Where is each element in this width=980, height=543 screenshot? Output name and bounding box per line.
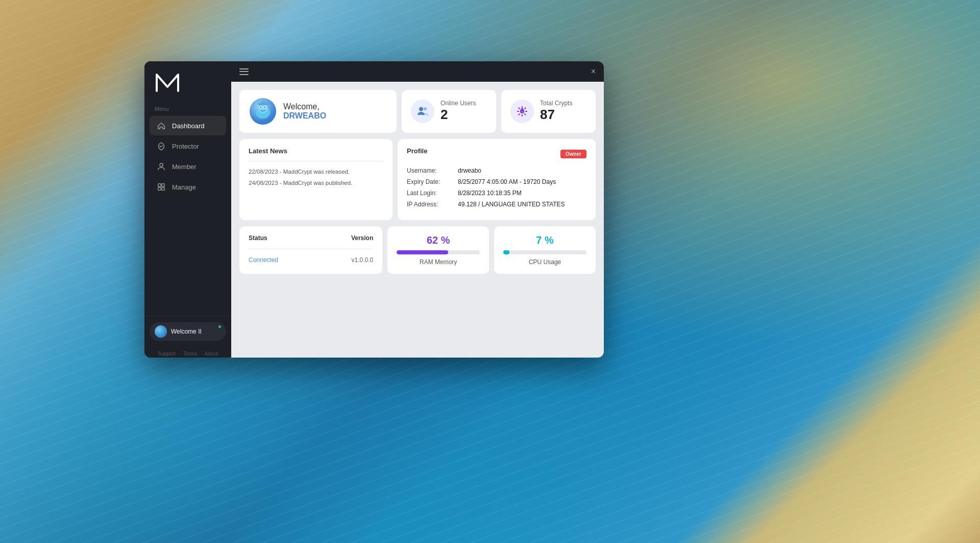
svg-point-12 <box>424 107 427 110</box>
online-users-info: Online Users 2 <box>440 100 476 123</box>
profile-key-ip: IP Address: <box>407 201 458 208</box>
dashboard-icon <box>157 121 166 130</box>
online-indicator <box>217 324 222 329</box>
news-card: Latest News 22/08/2023 - MaddCrypt was r… <box>239 139 393 220</box>
svg-point-10 <box>264 107 265 108</box>
middle-row: Latest News 22/08/2023 - MaddCrypt was r… <box>239 139 596 220</box>
footer-terms[interactable]: Terms <box>183 351 197 357</box>
content-area: Welcome, DRWEABO O <box>231 82 604 358</box>
svg-point-11 <box>419 107 423 111</box>
ram-progress-bar <box>397 250 480 254</box>
footer-links: Support · Terms · About <box>144 347 231 358</box>
online-users-icon-circle <box>411 100 434 123</box>
avatar <box>155 325 167 338</box>
profile-key-username: Username: <box>407 167 458 174</box>
profile-key-expiry: Expiry Date: <box>407 178 458 185</box>
sidebar-item-member[interactable]: Member <box>150 157 226 176</box>
profile-row-lastlogin: Last Login: 8/28/2023 10:18:35 PM <box>407 190 586 197</box>
footer-sep1: · <box>179 351 180 357</box>
online-users-card: Online Users 2 <box>402 90 496 133</box>
total-crypts-icon-circle <box>510 100 534 123</box>
welcome-text: Welcome, DRWEABO <box>283 102 326 121</box>
total-crypts-info: Total Crypts 87 <box>540 100 572 123</box>
profile-header: Profile Owner <box>407 147 586 161</box>
profile-row-ip: IP Address: 49.128 / LANGUAGE UNITED STA… <box>407 201 586 208</box>
cpu-progress-bar <box>503 250 586 254</box>
menu-line-2 <box>239 71 249 72</box>
sidebar-item-manage[interactable]: Manage <box>150 177 226 197</box>
footer-about[interactable]: About <box>205 351 218 357</box>
profile-title: Profile <box>407 147 427 155</box>
main-content: × <box>231 61 604 358</box>
version-value: v1.0.0.0 <box>352 256 374 264</box>
status-divider <box>249 249 373 249</box>
version-col-label: Version <box>351 234 373 242</box>
status-value: Connected <box>249 256 278 264</box>
status-row: Connected v1.0.0.0 <box>249 256 373 264</box>
welcome-username: DRWEABO <box>283 111 326 121</box>
sidebar-item-protector[interactable]: Protector <box>150 136 226 156</box>
bottom-row: Status Version Connected v1.0.0.0 62 % <box>239 226 596 274</box>
footer-sep2: · <box>200 351 202 357</box>
status-card: Status Version Connected v1.0.0.0 <box>239 226 382 274</box>
user-name: Welcome II <box>171 328 202 335</box>
online-users-value: 2 <box>440 107 476 123</box>
svg-rect-0 <box>158 184 161 186</box>
svg-rect-1 <box>162 184 164 186</box>
cpu-label: CPU Usage <box>529 258 561 266</box>
online-users-label: Online Users <box>440 100 476 107</box>
hamburger-menu[interactable] <box>239 68 249 75</box>
profile-key-lastlogin: Last Login: <box>407 190 458 197</box>
cpu-progress-fill <box>503 250 509 254</box>
svg-rect-2 <box>158 187 161 190</box>
profile-val-expiry: 8/25/2077 4:05:00 AM - 19720 Days <box>458 178 556 185</box>
status-col-label: Status <box>249 234 267 242</box>
sidebar-item-label-member: Member <box>172 163 197 171</box>
logo-area <box>144 61 231 101</box>
welcome-avatar <box>250 98 276 125</box>
svg-rect-3 <box>162 187 164 190</box>
cpu-card: 7 % CPU Usage <box>494 226 596 274</box>
ram-percent: 62 % <box>427 234 450 246</box>
news-item-1: 22/08/2023 - MaddCrypt was released. <box>249 168 383 176</box>
menu-label: Menu <box>144 101 231 116</box>
welcome-greeting: Welcome, <box>283 102 326 111</box>
svg-point-15 <box>522 111 523 112</box>
total-crypts-value: 87 <box>540 107 572 123</box>
profile-val-ip: 49.128 / LANGUAGE UNITED STATES <box>458 201 565 208</box>
sidebar-item-label-protector: Protector <box>172 143 199 150</box>
ram-card: 62 % RAM Memory <box>387 226 489 274</box>
svg-point-8 <box>260 107 261 108</box>
footer-support[interactable]: Support <box>158 351 176 357</box>
app-logo <box>155 72 180 93</box>
sidebar-item-label-manage: Manage <box>172 183 196 191</box>
news-item-2: 24/08/2023 - MaddCrypt was published. <box>249 179 383 187</box>
sidebar-footer: Welcome II <box>144 316 231 347</box>
menu-line-1 <box>239 68 249 69</box>
close-button[interactable]: × <box>591 67 596 76</box>
news-divider <box>249 161 383 161</box>
total-crypts-card: Total Crypts 87 <box>501 90 596 133</box>
profile-row-expiry: Expiry Date: 8/25/2077 4:05:00 AM - 1972… <box>407 178 586 185</box>
member-icon <box>157 162 166 171</box>
profile-val-username: drweabo <box>458 167 481 174</box>
menu-line-3 <box>239 74 249 75</box>
app-window: Menu Dashboard Protect <box>144 61 604 358</box>
cpu-percent: 7 % <box>536 234 553 246</box>
total-crypts-label: Total Crypts <box>540 100 572 107</box>
ram-progress-fill <box>397 250 448 254</box>
sidebar: Menu Dashboard Protect <box>144 61 231 358</box>
profile-row-username: Username: drweabo <box>407 167 586 174</box>
topbar: × <box>231 61 604 82</box>
profile-table: Username: drweabo Expiry Date: 8/25/2077… <box>407 167 586 208</box>
top-row: Welcome, DRWEABO O <box>239 90 596 133</box>
sidebar-nav: Dashboard Protector <box>144 116 231 316</box>
user-pill[interactable]: Welcome II <box>150 322 226 341</box>
profile-val-lastlogin: 8/28/2023 10:18:35 PM <box>458 190 522 197</box>
welcome-card: Welcome, DRWEABO <box>239 90 397 133</box>
news-title: Latest News <box>249 147 383 155</box>
ram-label: RAM Memory <box>420 258 457 266</box>
profile-card: Profile Owner Username: drweabo Expiry D… <box>398 139 596 220</box>
sidebar-item-dashboard[interactable]: Dashboard <box>150 116 226 135</box>
status-header: Status Version <box>249 234 373 242</box>
